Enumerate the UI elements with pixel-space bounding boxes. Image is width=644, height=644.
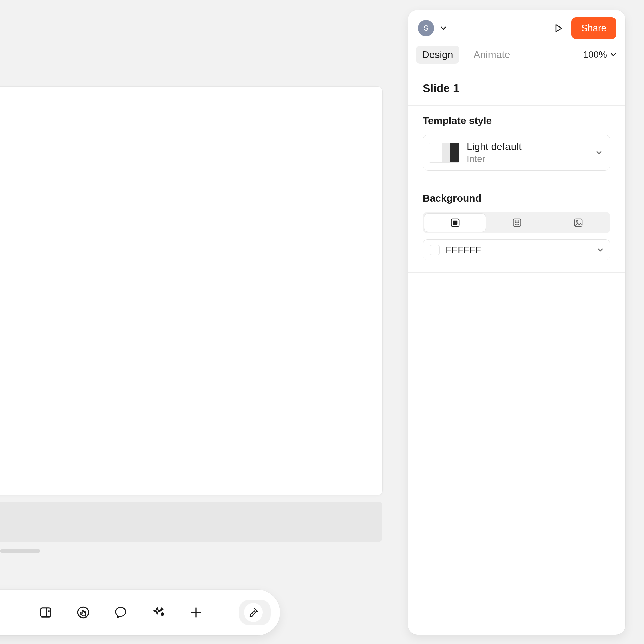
sparkle-icon bbox=[151, 605, 165, 620]
background-color-value: FFFFFF bbox=[446, 245, 591, 255]
share-button-label: Share bbox=[581, 23, 606, 33]
chevron-down-icon bbox=[597, 247, 603, 253]
horizontal-scroll-handle[interactable] bbox=[0, 549, 40, 553]
svg-point-7 bbox=[516, 222, 518, 223]
tool-hand[interactable] bbox=[72, 602, 94, 623]
tool-pen[interactable] bbox=[244, 603, 263, 622]
chevron-down-icon bbox=[610, 52, 616, 58]
template-style-picker[interactable]: Light default Inter bbox=[423, 135, 610, 171]
template-font: Inter bbox=[467, 154, 589, 164]
properties-panel: S Share Design Animate 100% Sli bbox=[408, 10, 625, 635]
user-avatar[interactable]: S bbox=[418, 20, 434, 36]
template-texts: Light default Inter bbox=[467, 141, 589, 164]
chevron-down-icon bbox=[440, 25, 446, 31]
background-type-tabs bbox=[423, 212, 610, 233]
background-tab-pattern[interactable] bbox=[486, 213, 547, 232]
slide-notes-area[interactable] bbox=[0, 502, 382, 542]
svg-point-9 bbox=[515, 224, 516, 225]
tab-design-label: Design bbox=[422, 49, 453, 60]
template-swatch-preview bbox=[429, 143, 459, 163]
tool-add[interactable] bbox=[185, 602, 207, 623]
background-section: Background bbox=[408, 183, 625, 272]
svg-rect-14 bbox=[41, 608, 51, 617]
template-section: Template style Light default Inter bbox=[408, 106, 625, 183]
svg-point-6 bbox=[515, 222, 516, 223]
template-section-label: Template style bbox=[423, 115, 610, 126]
tool-pen-group[interactable] bbox=[239, 600, 271, 625]
share-button[interactable]: Share bbox=[571, 17, 616, 39]
present-button[interactable] bbox=[551, 21, 566, 36]
zoom-value: 100% bbox=[583, 49, 607, 60]
tool-ai-sparkle[interactable] bbox=[148, 602, 169, 623]
tab-animate-label: Animate bbox=[473, 49, 510, 60]
svg-point-5 bbox=[518, 220, 519, 222]
background-tab-solid[interactable] bbox=[424, 213, 486, 232]
square-fill-icon bbox=[450, 218, 460, 228]
svg-point-3 bbox=[515, 220, 516, 222]
slide-title-row: Slide 1 bbox=[408, 71, 625, 105]
chat-bubble-icon bbox=[114, 606, 127, 619]
background-color-swatch bbox=[430, 245, 440, 255]
svg-point-11 bbox=[518, 224, 519, 225]
pattern-dots-icon bbox=[512, 218, 522, 228]
tab-design[interactable]: Design bbox=[416, 46, 459, 64]
slide-canvas[interactable] bbox=[0, 87, 382, 495]
plus-icon bbox=[189, 606, 203, 619]
svg-rect-1 bbox=[453, 221, 457, 225]
toolbar-separator bbox=[223, 600, 223, 625]
avatar-initial: S bbox=[424, 24, 429, 33]
tool-panel-toggle[interactable] bbox=[35, 602, 56, 623]
tab-animate[interactable]: Animate bbox=[467, 46, 516, 64]
background-tab-image[interactable] bbox=[548, 213, 609, 232]
bottom-toolbar bbox=[0, 590, 280, 635]
svg-point-4 bbox=[516, 220, 518, 222]
svg-point-8 bbox=[518, 222, 519, 223]
slide-title: Slide 1 bbox=[423, 82, 610, 95]
chevron-down-icon bbox=[596, 150, 602, 156]
background-color-picker[interactable]: FFFFFF bbox=[423, 239, 610, 260]
panel-tabs: Design Animate 100% bbox=[408, 44, 625, 71]
pen-nib-icon bbox=[248, 607, 259, 618]
svg-point-24 bbox=[252, 613, 253, 614]
zoom-dropdown[interactable]: 100% bbox=[583, 49, 616, 60]
image-icon bbox=[573, 218, 583, 228]
svg-point-10 bbox=[516, 224, 518, 225]
avatar-menu-caret[interactable] bbox=[439, 24, 447, 32]
panel-icon bbox=[39, 606, 52, 619]
background-color-caret bbox=[597, 247, 603, 253]
template-picker-caret bbox=[596, 150, 602, 156]
play-icon bbox=[553, 22, 564, 34]
divider bbox=[408, 272, 625, 273]
panel-header: S Share bbox=[408, 10, 625, 44]
background-section-label: Background bbox=[423, 193, 610, 204]
template-name: Light default bbox=[467, 141, 589, 152]
svg-point-13 bbox=[576, 221, 578, 222]
hand-tap-icon bbox=[76, 605, 90, 620]
tool-comment[interactable] bbox=[110, 602, 131, 623]
